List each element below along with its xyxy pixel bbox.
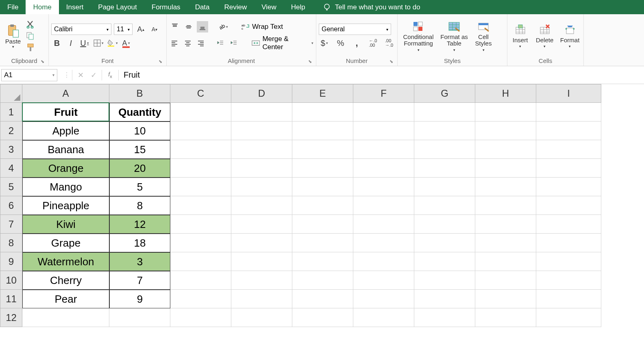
- cancel-formula-icon[interactable]: ✕: [74, 71, 87, 80]
- cell-B8[interactable]: 18: [109, 234, 170, 252]
- cell-D12[interactable]: [231, 308, 292, 327]
- column-header-G[interactable]: G: [414, 84, 475, 103]
- cell-A3[interactable]: Banana: [22, 140, 109, 159]
- cell-H9[interactable]: [475, 252, 536, 271]
- cell-C2[interactable]: [170, 121, 231, 140]
- format-painter-icon[interactable]: [26, 43, 35, 52]
- number-format-combo[interactable]: General▾: [319, 24, 391, 35]
- row-header-10[interactable]: 10: [0, 271, 22, 290]
- cell-A12[interactable]: [22, 308, 109, 327]
- cell-E3[interactable]: [292, 140, 353, 159]
- increase-indent-icon[interactable]: [228, 37, 239, 49]
- cell-I8[interactable]: [536, 234, 601, 252]
- cell-A9[interactable]: Watermelon: [22, 252, 109, 271]
- alignment-dialog-launcher[interactable]: ⬊: [308, 59, 312, 64]
- cell-A8[interactable]: Grape: [22, 234, 109, 252]
- row-header-9[interactable]: 9: [0, 252, 22, 271]
- cell-F6[interactable]: [353, 196, 414, 215]
- font-dialog-launcher[interactable]: ⬊: [159, 59, 162, 64]
- cell-C1[interactable]: [170, 103, 231, 121]
- delete-cells-button[interactable]: Delete▾: [534, 24, 555, 49]
- column-header-C[interactable]: C: [170, 84, 231, 103]
- cell-G4[interactable]: [414, 159, 475, 178]
- cell-I11[interactable]: [536, 290, 601, 308]
- cell-I12[interactable]: [536, 308, 601, 327]
- cell-G7[interactable]: [414, 215, 475, 234]
- row-header-3[interactable]: 3: [0, 140, 22, 159]
- cell-C3[interactable]: [170, 140, 231, 159]
- cell-B12[interactable]: [109, 308, 170, 327]
- row-header-8[interactable]: 8: [0, 234, 22, 252]
- format-as-table-button[interactable]: Format as Table▾: [438, 21, 470, 52]
- cell-E2[interactable]: [292, 121, 353, 140]
- cell-G10[interactable]: [414, 271, 475, 290]
- cell-A7[interactable]: Kiwi: [22, 215, 109, 234]
- cell-H2[interactable]: [475, 121, 536, 140]
- cell-B3[interactable]: 15: [109, 140, 170, 159]
- cell-D5[interactable]: [231, 178, 292, 196]
- cell-C12[interactable]: [170, 308, 231, 327]
- column-header-H[interactable]: H: [475, 84, 536, 103]
- cell-C5[interactable]: [170, 178, 231, 196]
- column-header-E[interactable]: E: [292, 84, 353, 103]
- align-right-icon[interactable]: [196, 37, 206, 49]
- cell-G5[interactable]: [414, 178, 475, 196]
- cell-H7[interactable]: [475, 215, 536, 234]
- cell-B7[interactable]: 12: [109, 215, 170, 234]
- cell-F10[interactable]: [353, 271, 414, 290]
- tab-page-layout[interactable]: Page Layout: [91, 0, 144, 14]
- paste-button[interactable]: Paste ▾: [2, 24, 24, 49]
- align-top-icon[interactable]: [169, 21, 181, 33]
- cell-C10[interactable]: [170, 271, 231, 290]
- cell-E12[interactable]: [292, 308, 353, 327]
- cell-I5[interactable]: [536, 178, 601, 196]
- cell-D3[interactable]: [231, 140, 292, 159]
- cell-H5[interactable]: [475, 178, 536, 196]
- cell-A6[interactable]: Pineapple: [22, 196, 109, 215]
- format-cells-button[interactable]: Format▾: [559, 24, 581, 49]
- cell-D11[interactable]: [231, 290, 292, 308]
- cell-G12[interactable]: [414, 308, 475, 327]
- cell-D8[interactable]: [231, 234, 292, 252]
- cut-icon[interactable]: [26, 20, 35, 28]
- tell-me-search[interactable]: Tell me what you want to do: [313, 0, 420, 14]
- cell-E4[interactable]: [292, 159, 353, 178]
- column-header-D[interactable]: D: [231, 84, 292, 103]
- decrease-indent-icon[interactable]: [215, 37, 226, 49]
- cell-H1[interactable]: [475, 103, 536, 121]
- cell-H6[interactable]: [475, 196, 536, 215]
- select-all-corner[interactable]: [0, 84, 22, 103]
- row-header-4[interactable]: 4: [0, 159, 22, 178]
- align-middle-icon[interactable]: [183, 21, 194, 33]
- cell-F12[interactable]: [353, 308, 414, 327]
- cell-G2[interactable]: [414, 121, 475, 140]
- tab-help[interactable]: Help: [284, 0, 313, 14]
- row-header-11[interactable]: 11: [0, 290, 22, 308]
- cell-B4[interactable]: 20: [109, 159, 170, 178]
- insert-cells-button[interactable]: Insert▾: [510, 24, 531, 49]
- cell-D9[interactable]: [231, 252, 292, 271]
- accounting-format-icon[interactable]: $: [319, 37, 330, 49]
- font-color-button[interactable]: A: [120, 37, 132, 49]
- orientation-icon[interactable]: ab: [217, 21, 228, 33]
- cell-I7[interactable]: [536, 215, 601, 234]
- increase-decimal-icon[interactable]: ←.0.00: [367, 37, 379, 49]
- cell-I9[interactable]: [536, 252, 601, 271]
- cell-I6[interactable]: [536, 196, 601, 215]
- cell-D2[interactable]: [231, 121, 292, 140]
- cell-H12[interactable]: [475, 308, 536, 327]
- cell-A5[interactable]: Mango: [22, 178, 109, 196]
- cell-F7[interactable]: [353, 215, 414, 234]
- font-name-combo[interactable]: Calibri▾: [51, 24, 111, 35]
- cell-I4[interactable]: [536, 159, 601, 178]
- cell-A1[interactable]: Fruit: [22, 103, 109, 121]
- cell-A2[interactable]: Apple: [22, 121, 109, 140]
- cell-B1[interactable]: Quantity: [109, 103, 170, 121]
- cell-I10[interactable]: [536, 271, 601, 290]
- cell-B9[interactable]: 3: [109, 252, 170, 271]
- cell-H4[interactable]: [475, 159, 536, 178]
- column-header-F[interactable]: F: [353, 84, 414, 103]
- cell-G9[interactable]: [414, 252, 475, 271]
- cell-B6[interactable]: 8: [109, 196, 170, 215]
- cell-E5[interactable]: [292, 178, 353, 196]
